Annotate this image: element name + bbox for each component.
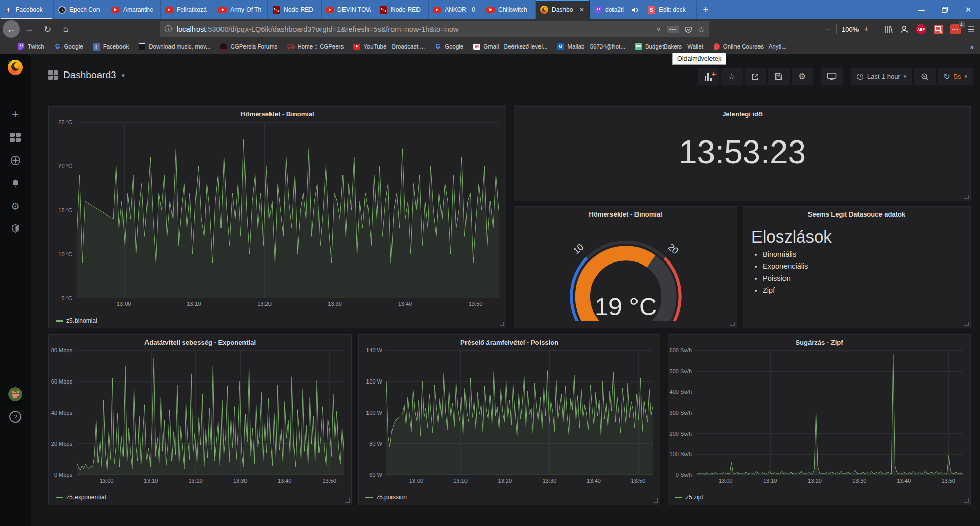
zoom-out-button[interactable]: − [826,25,831,34]
dashboard-title-button[interactable]: Dashboard3 ▾ [48,69,125,81]
chart-plot[interactable] [77,122,499,298]
sidebar-item-alerting[interactable] [0,174,31,193]
bookmark-item[interactable]: fFacebook [93,43,129,50]
legend-item[interactable]: z5.binomial [56,317,97,324]
sidebar-item-server-admin[interactable] [0,219,31,238]
panel-homerseklet-binomial-gauge: Hőmérséklet - Binomial 0 10 20 30 19 °C [514,206,737,328]
browser-tab-dashboard[interactable]: Dashbo✕ [536,0,590,19]
browser-tab-dota2ti[interactable]: dota2ti [590,0,643,19]
panel-resize-handle[interactable] [500,322,504,326]
url-dropdown-icon[interactable]: ∨ [656,26,661,33]
pocket-icon[interactable] [684,26,692,33]
menu-icon[interactable]: ☰ [968,25,975,34]
add-panel-button[interactable]: + [698,68,719,85]
sidebar-item-user-profile[interactable] [0,385,31,404]
tab-label: Edit: deck [659,6,692,13]
sidebar-item-dashboards[interactable] [0,128,31,147]
profile-icon[interactable] [900,25,909,34]
back-button[interactable]: ← [3,20,20,38]
browser-tab-feliratkozas[interactable]: Feliratkozá [161,0,214,19]
panel-resize-handle[interactable] [345,498,350,503]
sidebar-item-explore[interactable] [0,151,31,170]
sidebar-item-configuration[interactable]: ⚙ [0,197,31,216]
bookmark-item[interactable]: BudgetBakers - Wallet [635,43,703,50]
restore-button[interactable] [933,0,957,19]
browser-tab-node-red-2[interactable]: Node-RED [375,0,429,19]
bookmark-item[interactable]: OMailab - 56734@hot... [557,43,625,50]
reload-button[interactable]: ↻ [38,24,57,35]
panel-resize-handle[interactable] [964,195,969,199]
y-axis-tick: 400 Sv/h [670,389,692,395]
save-dashboard-button[interactable] [768,68,790,85]
screenshot-extension-icon[interactable] [934,25,943,34]
legend-item[interactable]: z5.zipf [675,494,703,501]
browser-tab-ankor[interactable]: ANKOR - 0 [429,0,482,19]
minimize-button[interactable]: — [910,0,933,19]
bookmark-item[interactable]: Online Courses - Anyti... [713,43,787,50]
bookmark-item[interactable]: Download music, mov... [138,43,210,50]
y-axis-tick: 15 °C [58,207,72,213]
star-dashboard-button[interactable]: ☆ [721,68,743,85]
bookmark-item[interactable]: Twitch [17,43,44,50]
home-button[interactable]: ⌂ [57,24,75,34]
browser-tab-node-red-1[interactable]: Node-RED [268,0,322,19]
legend-item[interactable]: z5.poission [365,494,407,501]
tab-audio-icon[interactable] [631,7,639,13]
panel-title[interactable]: Adatátviteli sebesség - Exponential [49,335,351,350]
bookmark-label: Gmail - Beérkező level... [483,43,547,50]
site-info-icon[interactable]: ⓘ [165,25,172,34]
x-axis-tick: 13:40 [897,477,911,484]
grafana-logo[interactable] [8,60,23,75]
page-actions-button[interactable]: ••• [667,26,679,33]
library-icon[interactable] [884,25,893,34]
close-button[interactable]: ✕ [957,0,980,19]
bookmark-item[interactable]: CGHome :: CGPeers [287,43,344,50]
tab-label: Army Of Th [230,6,263,13]
panel-title[interactable]: Hőmérséklet - Binomial [49,107,506,122]
chart-plot[interactable] [386,350,653,475]
bookmark-item[interactable]: CGPersia Forums [220,43,277,50]
forward-button[interactable]: → [20,24,38,34]
browser-tab-devin-townsend[interactable]: DEVIN TOW [322,0,375,19]
tab-close-button[interactable]: ✕ [579,6,585,13]
chart-plot[interactable] [696,350,963,475]
dashboard-settings-button[interactable]: ⚙ [792,68,813,85]
browser-tab-chillswitch[interactable]: Chillswitch [482,0,536,19]
sidebar-item-create[interactable]: + [0,105,31,124]
adblock-icon[interactable]: ABP [916,24,926,34]
zoom-out-time-button[interactable] [914,68,936,85]
browser-tab-epoch-converter[interactable]: Epoch Con [54,0,107,19]
bookmark-star-icon[interactable]: ☆ [698,25,705,34]
zoom-level[interactable]: 100% [842,26,859,33]
bookmark-item[interactable]: YouTube - Broadcast ... [353,43,425,50]
panel-resize-handle[interactable] [730,322,735,326]
panel-resize-handle[interactable] [964,322,969,326]
panel-title[interactable]: Préselő áramfelvétel - Poission [359,335,660,350]
browser-tab-amaranthe[interactable]: Amaranthe [107,0,161,19]
chart-plot[interactable] [77,350,344,475]
sidebar-item-help[interactable]: ? [0,407,31,426]
browser-tab-edit-deck[interactable]: SEdit: deck [643,0,697,19]
new-tab-button[interactable]: + [697,0,715,19]
legend-item[interactable]: z5.exponential [56,494,106,501]
bookmarks-overflow-button[interactable]: » [970,43,974,51]
tv-mode-button[interactable] [821,68,843,85]
share-dashboard-button[interactable] [745,68,766,85]
bookmark-item[interactable]: GGoogle [54,43,83,50]
panel-title[interactable]: Jelenlegi idő [514,107,970,122]
browser-tab-army-of-the[interactable]: Army Of Th [214,0,268,19]
bookmark-item[interactable]: MGmail - Beérkező level... [473,43,547,50]
zoom-in-button[interactable]: + [864,25,868,34]
refresh-button[interactable]: ↻ 5s ▾ [938,68,973,85]
time-range-button[interactable]: Last 1 hour ▾ [851,68,913,85]
x-axis-tick: 13:30 [233,477,248,484]
bookmark-item[interactable]: GGoogle [434,43,463,50]
panel-title[interactable]: Sugárzás - Zipf [668,335,970,350]
browser-tab-facebook[interactable]: fFacebook [0,0,54,19]
panel-title[interactable]: Seems Legit Datasouce adatok [743,207,970,222]
panel-resize-handle[interactable] [964,498,969,503]
panel-resize-handle[interactable] [654,498,658,503]
url-bar[interactable]: ⓘ localhost :53000/d/pqx-LQ6ik/dashboard… [160,21,709,37]
extension-badge-icon[interactable]: •••4 [950,24,961,34]
panel-title[interactable]: Hőmérséklet - Binomial [514,207,737,222]
